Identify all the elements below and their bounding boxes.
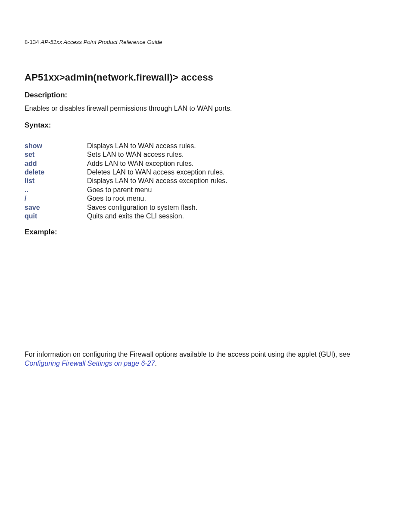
syntax-description: Quits and exits the CLI session. [87, 212, 386, 221]
syntax-row: quit Quits and exits the CLI session. [25, 212, 386, 221]
footer-tail: . [155, 360, 156, 367]
footer-note: For information on configuring the Firew… [25, 350, 386, 368]
book-title: AP-51xx Access Point Product Reference G… [40, 39, 162, 45]
syntax-command: save [25, 203, 87, 212]
syntax-command: / [25, 194, 87, 203]
syntax-description: Adds LAN to WAN exception rules. [87, 159, 386, 168]
cross-reference-link[interactable]: Configuring Firewall Settings on page 6-… [25, 360, 155, 367]
syntax-description: Goes to root menu. [87, 194, 386, 203]
syntax-row: save Saves configuration to system flash… [25, 203, 386, 212]
page-number: 8-134 [25, 39, 39, 45]
syntax-table: show Displays LAN to WAN access rules. s… [25, 142, 386, 221]
syntax-description: Saves configuration to system flash. [87, 203, 386, 212]
example-heading: Example: [25, 228, 386, 236]
syntax-description: Deletes LAN to WAN access exception rule… [87, 168, 386, 177]
syntax-row: / Goes to root menu. [25, 194, 386, 203]
syntax-row: delete Deletes LAN to WAN access excepti… [25, 168, 386, 177]
syntax-row: .. Goes to parent menu [25, 186, 386, 194]
syntax-command: delete [25, 168, 87, 177]
syntax-row: set Sets LAN to WAN access rules. [25, 150, 386, 159]
running-header: 8-134 AP-51xx Access Point Product Refer… [25, 39, 386, 45]
syntax-command: quit [25, 212, 87, 221]
syntax-command: .. [25, 186, 87, 194]
syntax-heading: Syntax: [25, 121, 386, 130]
syntax-description: Displays LAN to WAN access rules. [87, 142, 386, 150]
footer-lead: For information on configuring the Firew… [25, 351, 350, 358]
syntax-row: show Displays LAN to WAN access rules. [25, 142, 386, 150]
command-path-heading: AP51xx>admin(network.firewall)> access [25, 72, 386, 83]
syntax-description: Goes to parent menu [87, 186, 386, 194]
syntax-command: list [25, 177, 87, 185]
syntax-row: list Displays LAN to WAN access exceptio… [25, 177, 386, 185]
description-body: Enables or disables firewall permissions… [25, 104, 386, 113]
syntax-description: Displays LAN to WAN access exception rul… [87, 177, 386, 185]
syntax-command: set [25, 150, 87, 159]
syntax-row: add Adds LAN to WAN exception rules. [25, 159, 386, 168]
syntax-command: show [25, 142, 87, 150]
page: 8-134 AP-51xx Access Point Product Refer… [0, 0, 411, 532]
description-heading: Description: [25, 91, 386, 100]
syntax-command: add [25, 159, 87, 168]
syntax-description: Sets LAN to WAN access rules. [87, 150, 386, 159]
